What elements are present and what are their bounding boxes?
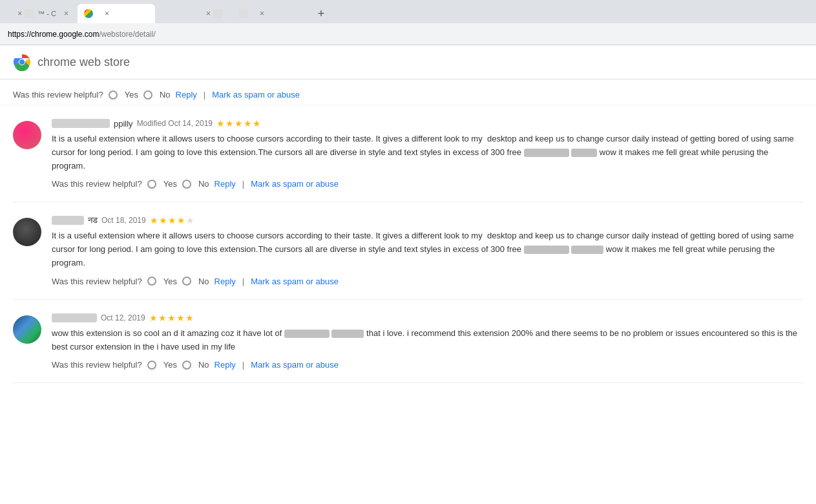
review-3: Oct 12, 2019 ★★★★★ wow this extension is…	[13, 300, 803, 384]
top-no-radio[interactable]	[143, 90, 152, 100]
review-2-yes-label[interactable]: Yes	[163, 277, 177, 286]
top-separator: |	[204, 90, 205, 100]
review-2-meta: नड Oct 18, 2019 ★★★★★	[52, 215, 803, 226]
tab-2[interactable]: ×	[78, 4, 155, 23]
review-3-reply-link[interactable]: Reply	[214, 360, 236, 370]
review-1-redact-1	[524, 149, 569, 157]
review-3-sep: |	[242, 360, 244, 370]
review-1-name: ppilly	[114, 119, 133, 129]
tab-1-label: ™ - C	[37, 10, 56, 17]
tab-3-close[interactable]: ×	[204, 8, 213, 19]
review-3-name-blur	[52, 313, 97, 322]
review-2: नड Oct 18, 2019 ★★★★★ It is a useful ext…	[13, 202, 803, 299]
review-2-name-blur	[52, 216, 84, 225]
review-1: ppilly Modified Oct 14, 2019 ★★★★★ It is…	[13, 105, 803, 202]
review-3-meta: Oct 12, 2019 ★★★★★	[52, 313, 803, 323]
tab-3[interactable]: ×	[155, 4, 233, 23]
review-2-date: Oct 18, 2019	[101, 216, 146, 225]
review-2-yes-radio[interactable]	[147, 277, 156, 286]
review-1-stars: ★★★★★	[216, 118, 262, 129]
review-1-date: Modified Oct 14, 2019	[137, 119, 213, 128]
address-text: https://chrome.google.com/webstore/detai…	[8, 30, 264, 39]
page-header: chrome web store	[0, 45, 816, 79]
tab-4-x[interactable]: ×	[257, 8, 267, 19]
review-2-reply-link[interactable]: Reply	[214, 277, 236, 286]
tab-1-x[interactable]: ×	[61, 8, 71, 19]
new-tab-button[interactable]: +	[313, 5, 330, 22]
top-reply-link[interactable]: Reply	[176, 90, 197, 100]
review-1-reply-link[interactable]: Reply	[214, 179, 236, 189]
top-yes-label[interactable]: Yes	[125, 90, 138, 100]
chrome-logo	[13, 53, 31, 71]
review-2-avatar	[13, 218, 41, 246]
review-3-redact-1	[284, 330, 330, 338]
tab-1-close[interactable]: ×	[15, 8, 25, 19]
review-3-content: Oct 12, 2019 ★★★★★ wow this extension is…	[52, 313, 803, 370]
review-2-no-radio[interactable]	[182, 277, 191, 286]
svg-point-2	[19, 59, 25, 65]
top-mark-spam-link[interactable]: Mark as spam or abuse	[212, 90, 300, 100]
review-3-helpful-label: Was this review helpful?	[52, 360, 142, 370]
tab-2-favicon	[84, 9, 93, 18]
review-2-helpful-label: Was this review helpful?	[52, 277, 142, 286]
site-title: chrome web store	[37, 56, 130, 69]
review-3-stars: ★★★★★	[149, 313, 194, 323]
review-1-meta: ppilly Modified Oct 14, 2019 ★★★★★	[52, 118, 803, 129]
review-2-helpful-row: Was this review helpful? Yes No Reply | …	[52, 277, 803, 286]
review-1-no-radio[interactable]	[182, 180, 191, 189]
review-3-avatar	[13, 315, 41, 344]
review-2-name: नड	[88, 215, 98, 226]
top-yes-radio[interactable]	[109, 90, 118, 100]
review-1-redact-2	[571, 149, 597, 157]
review-1-yes-label[interactable]: Yes	[163, 179, 177, 189]
review-1-sep: |	[242, 179, 244, 189]
review-3-yes-radio[interactable]	[147, 361, 156, 370]
review-1-helpful-label: Was this review helpful?	[52, 179, 142, 189]
review-3-yes-label[interactable]: Yes	[163, 360, 177, 370]
tab-4-favicon	[239, 9, 248, 18]
review-1-content: ppilly Modified Oct 14, 2019 ★★★★★ It is…	[52, 118, 803, 189]
review-2-sep: |	[242, 277, 244, 286]
top-helpful-label: Was this review helpful?	[13, 90, 103, 100]
browser-chrome: × ™ - C × × × × + https://chrome.google.…	[0, 0, 816, 45]
reviews-container: ppilly Modified Oct 14, 2019 ★★★★★ It is…	[0, 105, 816, 383]
review-1-no-label[interactable]: No	[198, 179, 209, 189]
review-1-yes-radio[interactable]	[147, 180, 156, 189]
review-2-redact-1	[524, 246, 569, 254]
review-3-redact-2	[331, 330, 364, 338]
tab-1[interactable]: × ™ - C ×	[0, 4, 78, 23]
address-bar[interactable]: https://chrome.google.com/webstore/detai…	[0, 23, 816, 45]
review-3-helpful-row: Was this review helpful? Yes No Reply | …	[52, 360, 803, 370]
review-2-redact-2	[571, 246, 603, 254]
review-1-spam-link[interactable]: Mark as spam or abuse	[251, 179, 339, 189]
tab-bar: × ™ - C × × × × +	[0, 0, 816, 23]
tab-3-favicon	[213, 9, 222, 18]
review-3-text: wow this extension is so cool an d it am…	[52, 327, 803, 354]
review-2-text: It is a useful extension where it allows…	[52, 229, 803, 269]
review-2-stars: ★★★★★	[150, 215, 195, 226]
review-3-date: Oct 12, 2019	[101, 313, 145, 322]
review-2-spam-link[interactable]: Mark as spam or abuse	[251, 277, 339, 286]
top-no-label[interactable]: No	[160, 90, 171, 100]
review-1-name-blur	[52, 119, 110, 128]
review-3-spam-link[interactable]: Mark as spam or abuse	[251, 360, 339, 370]
tab-2-x[interactable]: ×	[102, 8, 112, 19]
review-1-helpful-row: Was this review helpful? Yes No Reply | …	[52, 179, 803, 189]
review-3-no-radio[interactable]	[182, 361, 191, 370]
review-1-avatar	[13, 121, 41, 149]
review-2-no-label[interactable]: No	[198, 277, 209, 286]
review-2-content: नड Oct 18, 2019 ★★★★★ It is a useful ext…	[52, 215, 803, 286]
review-1-text: It is a useful extension where it allows…	[52, 132, 803, 173]
tab-4[interactable]: ×	[233, 4, 310, 23]
review-3-no-label[interactable]: No	[198, 360, 209, 370]
tab-1-favicon	[25, 9, 34, 18]
top-helpful-row: Was this review helpful? Yes No Reply | …	[0, 79, 816, 105]
